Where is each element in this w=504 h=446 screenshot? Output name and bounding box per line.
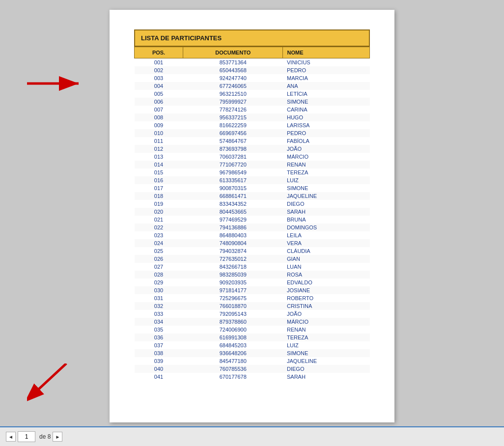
cell-documento: 792095143: [183, 310, 283, 318]
cell-pos: 026: [135, 255, 183, 263]
table-row: 033792095143JOÃO: [135, 310, 370, 318]
cell-pos: 001: [135, 58, 183, 67]
main-area: LISTA DE PARTICIPANTES POS. DOCUMENTO NO…: [0, 0, 504, 426]
cell-pos: 031: [135, 294, 183, 302]
next-page-button[interactable]: ►: [53, 432, 62, 442]
cell-pos: 041: [135, 373, 183, 381]
cell-documento: 967986549: [183, 168, 283, 176]
cell-documento: 864880403: [183, 231, 283, 239]
cell-nome: SARAH: [283, 208, 370, 216]
table-row: 002650443568PEDRO: [135, 66, 370, 74]
cell-pos: 039: [135, 357, 183, 365]
cell-documento: 879378860: [183, 318, 283, 326]
cell-pos: 029: [135, 279, 183, 286]
cell-documento: 816622259: [183, 121, 283, 129]
cell-documento: 924247740: [183, 74, 283, 82]
cell-nome: CARINA: [283, 106, 370, 113]
cell-documento: 909203935: [183, 279, 283, 286]
cell-documento: 684845203: [183, 341, 283, 349]
cell-pos: 017: [135, 184, 183, 192]
cell-documento: 971814177: [183, 286, 283, 294]
cell-pos: 013: [135, 153, 183, 161]
page-of-label: de 8: [39, 433, 51, 440]
current-page-input[interactable]: [18, 431, 35, 442]
cell-documento: 725296675: [183, 294, 283, 302]
cell-nome: ROBERTO: [283, 294, 370, 302]
table-row: 004677246065ANA: [135, 82, 370, 90]
cell-documento: 956337215: [183, 113, 283, 121]
table-row: 035724006900RENAN: [135, 326, 370, 334]
cell-pos: 021: [135, 216, 183, 223]
table-row: 039845477180JAQUELINE: [135, 357, 370, 365]
cell-pos: 033: [135, 310, 183, 318]
table-row: 006795999927SIMONE: [135, 98, 370, 106]
cell-pos: 014: [135, 161, 183, 168]
cell-documento: 794032874: [183, 247, 283, 255]
cell-nome: FABÍOLA: [283, 137, 370, 145]
cell-nome: LARISSA: [283, 121, 370, 129]
cell-pos: 038: [135, 349, 183, 357]
table-row: 008956337215HUGO: [135, 113, 370, 121]
cell-nome: MÁRCIO: [283, 318, 370, 326]
table-row: 040760785536DIEGO: [135, 365, 370, 373]
cell-pos: 020: [135, 208, 183, 216]
cell-nome: SIMONE: [283, 184, 370, 192]
cell-documento: 778274126: [183, 106, 283, 113]
cell-nome: LUIZ: [283, 176, 370, 184]
cell-pos: 025: [135, 247, 183, 255]
cell-pos: 006: [135, 98, 183, 106]
cell-pos: 012: [135, 145, 183, 153]
table-row: 024748090804VERA: [135, 239, 370, 247]
cell-nome: VINICIUS: [283, 58, 370, 67]
cell-nome: RENAN: [283, 161, 370, 168]
cell-pos: 035: [135, 326, 183, 334]
table-row: 022794136886DOMINGOS: [135, 223, 370, 231]
cell-documento: 845477180: [183, 357, 283, 365]
cell-nome: LUAN: [283, 263, 370, 271]
cell-documento: 771067720: [183, 161, 283, 168]
cell-pos: 010: [135, 129, 183, 137]
cell-nome: DIEGO: [283, 365, 370, 373]
cell-pos: 022: [135, 223, 183, 231]
cell-pos: 002: [135, 66, 183, 74]
cell-pos: 030: [135, 286, 183, 294]
cell-pos: 040: [135, 365, 183, 373]
cell-documento: 748090804: [183, 239, 283, 247]
svg-line-3: [32, 363, 66, 395]
cell-nome: TEREZA: [283, 168, 370, 176]
prev-page-button[interactable]: ◄: [6, 432, 16, 442]
cell-nome: CLÁUDIA: [283, 247, 370, 255]
cell-documento: 650443568: [183, 66, 283, 74]
cell-pos: 015: [135, 168, 183, 176]
cell-nome: PEDRO: [283, 129, 370, 137]
cell-pos: 016: [135, 176, 183, 184]
table-row: 018668861471JAQUELINE: [135, 192, 370, 200]
cell-documento: 706037281: [183, 153, 283, 161]
cell-pos: 009: [135, 121, 183, 129]
cell-nome: CRISTINA: [283, 302, 370, 310]
cell-nome: EDVALDO: [283, 279, 370, 286]
cell-documento: 727635012: [183, 255, 283, 263]
cell-documento: 794136886: [183, 223, 283, 231]
cell-documento: 833434352: [183, 200, 283, 208]
table-row: 021977469529BRUNA: [135, 216, 370, 223]
cell-documento: 873693798: [183, 145, 283, 153]
table-row: 030971814177JOSIANE: [135, 286, 370, 294]
table-header-row: POS. DOCUMENTO NOME: [135, 47, 370, 58]
table-row: 031725296675ROBERTO: [135, 294, 370, 302]
cell-nome: MÁRCIO: [283, 153, 370, 161]
table-row: 037684845203LUIZ: [135, 341, 370, 349]
table-row: 038936648206SIMONE: [135, 349, 370, 357]
cell-nome: RENAN: [283, 326, 370, 334]
cell-pos: 008: [135, 113, 183, 121]
cell-documento: 843266718: [183, 263, 283, 271]
cell-documento: 677246065: [183, 82, 283, 90]
cell-nome: DIEGO: [283, 200, 370, 208]
table-row: 028983285039ROSA: [135, 271, 370, 279]
cell-nome: JAQUELINE: [283, 192, 370, 200]
cell-nome: DOMINGOS: [283, 223, 370, 231]
table-row: 017900870315SIMONE: [135, 184, 370, 192]
cell-nome: SIMONE: [283, 349, 370, 357]
table-row: 003924247740MARCIA: [135, 74, 370, 82]
table-title: LISTA DE PARTICIPANTES: [134, 29, 370, 47]
